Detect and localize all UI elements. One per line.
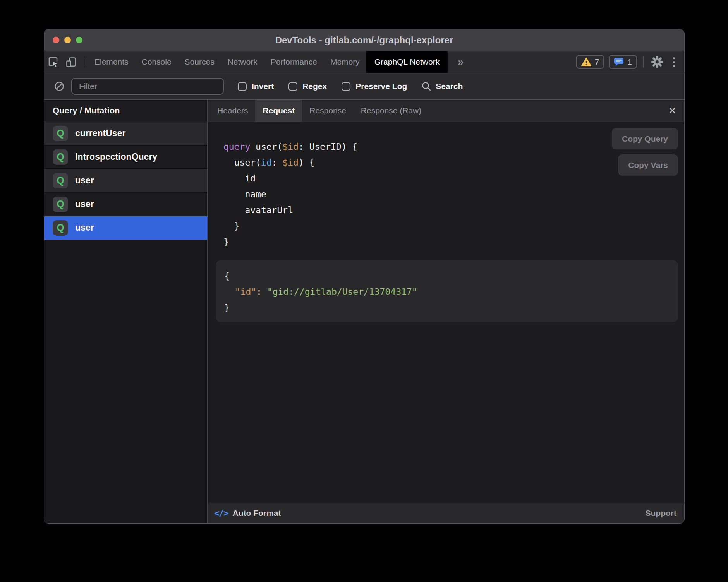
detail-tab-bar: HeadersRequestResponseResponse (Raw) ✕ xyxy=(208,100,684,122)
query-type-badge: Q xyxy=(53,126,68,141)
search-label: Search xyxy=(436,82,463,91)
query-type-badge: Q xyxy=(53,197,68,212)
code-brackets-icon: </> xyxy=(214,508,228,518)
window-title: DevTools - gitlab.com/-/graphql-explorer xyxy=(275,35,453,46)
inspect-element-button[interactable] xyxy=(44,51,62,73)
query-list-item[interactable]: QIntrospectionQuery xyxy=(44,146,207,169)
tab-console[interactable]: Console xyxy=(135,51,178,73)
query-name-label: user xyxy=(75,199,94,209)
issue-count: 1 xyxy=(627,57,632,67)
code-line: avatarUrl xyxy=(223,202,684,218)
query-name-label: user xyxy=(75,175,94,186)
traffic-lights xyxy=(53,29,82,51)
query-type-badge: Q xyxy=(53,173,68,188)
code-line: } xyxy=(224,300,669,316)
code-line: { xyxy=(224,268,669,284)
invert-checkbox[interactable]: Invert xyxy=(238,82,274,91)
query-list: QcurrentUserQIntrospectionQueryQuserQuse… xyxy=(44,122,207,240)
code-line: "id": "gid://gitlab/User/13704317" xyxy=(224,284,669,300)
main-split: Query / Mutation QcurrentUserQIntrospect… xyxy=(44,100,684,523)
customize-devtools-button[interactable] xyxy=(669,57,679,67)
request-detail-panel: HeadersRequestResponseResponse (Raw) ✕ q… xyxy=(208,100,684,523)
filter-input[interactable] xyxy=(71,78,224,95)
warning-triangle-icon xyxy=(581,57,591,67)
detail-tab-response-raw[interactable]: Response (Raw) xyxy=(354,100,429,122)
preserve-log-checkbox[interactable]: Preserve Log xyxy=(342,82,407,91)
issues-badge[interactable]: 1 xyxy=(609,55,637,69)
query-list-item[interactable]: Quser xyxy=(44,193,207,216)
auto-format-toggle[interactable]: </> Auto Format xyxy=(214,508,281,518)
filter-checkbox-group: InvertRegexPreserve Log xyxy=(238,82,407,91)
query-list-item[interactable]: Quser xyxy=(44,169,207,193)
request-tab-content: query user($id: UserID) { user(id: $id) … xyxy=(208,122,684,503)
warnings-badge[interactable]: 7 xyxy=(576,55,604,69)
query-name-label: user xyxy=(75,223,94,233)
regex-checkbox[interactable]: Regex xyxy=(288,82,327,91)
search-icon xyxy=(421,81,432,92)
status-bar: </> Auto Format Support xyxy=(208,503,684,523)
minimize-window-button[interactable] xyxy=(64,37,71,43)
warning-count: 7 xyxy=(595,57,599,67)
toolbar-separator xyxy=(643,56,644,67)
detail-tab-headers[interactable]: Headers xyxy=(210,100,255,122)
tab-performance[interactable]: Performance xyxy=(264,51,324,73)
close-detail-button[interactable]: ✕ xyxy=(660,100,684,122)
copy-vars-button[interactable]: Copy Vars xyxy=(618,154,678,176)
search-toggle[interactable]: Search xyxy=(421,81,463,92)
title-bar: DevTools - gitlab.com/-/graphql-explorer xyxy=(44,29,684,51)
network-filter-bar: InvertRegexPreserve Log Search xyxy=(44,73,684,100)
devtools-tab-strip: ElementsConsoleSourcesNetworkPerformance… xyxy=(88,51,448,73)
message-bubble-icon xyxy=(614,57,624,67)
tab-elements[interactable]: Elements xyxy=(88,51,135,73)
devtools-window: DevTools - gitlab.com/-/graphql-explorer… xyxy=(44,29,685,524)
devtools-tab-bar: ElementsConsoleSourcesNetworkPerformance… xyxy=(44,51,684,73)
clear-log-icon[interactable] xyxy=(53,80,65,92)
inspect-cursor-icon xyxy=(47,56,59,68)
invert-checkbox-label: Invert xyxy=(252,82,274,91)
detail-tab-request[interactable]: Request xyxy=(255,100,302,122)
query-name-label: IntrospectionQuery xyxy=(75,152,157,162)
close-window-button[interactable] xyxy=(53,37,59,43)
settings-button[interactable] xyxy=(650,56,664,68)
copy-buttons: Copy Query Copy Vars xyxy=(612,128,678,176)
code-line: name xyxy=(223,187,684,202)
regex-checkbox-box[interactable] xyxy=(288,82,297,91)
preserve-log-checkbox-label: Preserve Log xyxy=(355,82,407,91)
query-variables-box: { "id": "gid://gitlab/User/13704317"} xyxy=(216,260,678,322)
code-line: } xyxy=(223,234,684,250)
code-line: } xyxy=(223,218,684,234)
tab-network[interactable]: Network xyxy=(221,51,264,73)
more-tabs-button[interactable]: » xyxy=(448,51,474,73)
invert-checkbox-box[interactable] xyxy=(238,82,247,91)
preserve-log-checkbox-box[interactable] xyxy=(342,82,350,91)
toggle-device-toolbar-button[interactable] xyxy=(62,51,80,73)
query-type-badge: Q xyxy=(53,220,68,236)
query-list-header: Query / Mutation xyxy=(44,100,207,122)
device-toolbar-icon xyxy=(65,56,77,68)
toolbar-separator xyxy=(84,56,84,68)
tab-sources[interactable]: Sources xyxy=(178,51,221,73)
copy-query-button[interactable]: Copy Query xyxy=(612,128,678,149)
regex-checkbox-label: Regex xyxy=(302,82,327,91)
auto-format-label: Auto Format xyxy=(233,508,281,518)
query-list-item[interactable]: Quser xyxy=(44,216,207,240)
tab-memory[interactable]: Memory xyxy=(324,51,366,73)
tab-bar-right-controls: 7 1 xyxy=(576,51,684,73)
query-name-label: currentUser xyxy=(75,128,125,139)
support-link[interactable]: Support xyxy=(646,508,676,518)
query-list-panel: Query / Mutation QcurrentUserQIntrospect… xyxy=(44,100,208,523)
tab-graphql-network[interactable]: GraphQL Network xyxy=(366,51,448,73)
gear-icon xyxy=(651,56,663,68)
detail-tab-strip: HeadersRequestResponseResponse (Raw) xyxy=(210,100,429,122)
query-type-badge: Q xyxy=(53,149,68,165)
detail-tab-response[interactable]: Response xyxy=(302,100,354,122)
query-list-item[interactable]: QcurrentUser xyxy=(44,122,207,146)
zoom-window-button[interactable] xyxy=(76,37,82,43)
